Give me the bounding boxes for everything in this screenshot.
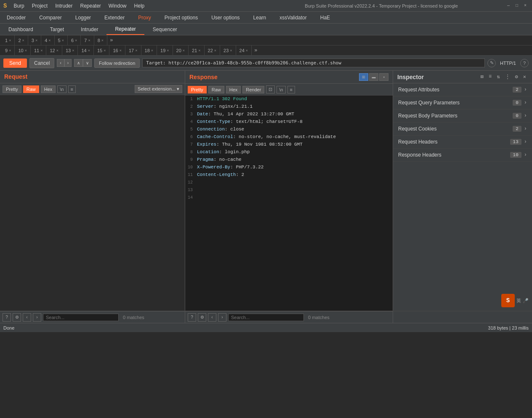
req-hex-btn[interactable]: Hex	[41, 85, 56, 93]
view-vert-btn[interactable]: ▪	[379, 73, 388, 81]
tabs-more-2[interactable]: »	[252, 45, 260, 55]
nav-fwd-button[interactable]: ›	[64, 59, 72, 67]
tab-19[interactable]: 19×	[157, 45, 173, 55]
nav-target[interactable]: Target	[42, 24, 72, 35]
response-search-input[interactable]	[228, 314, 304, 321]
tab-21[interactable]: 21×	[189, 45, 205, 55]
tab-20[interactable]: 20×	[173, 45, 189, 55]
view-horiz-btn[interactable]: ▬	[369, 73, 378, 81]
inspector-sort-icon[interactable]: ⇅	[495, 73, 501, 80]
inspector-title: Inspector	[397, 74, 479, 80]
inspector-row-resp-headers[interactable]: Response Headers 10 ›	[393, 149, 532, 162]
tab-1[interactable]: 1×	[2, 35, 15, 45]
req-settings-btn[interactable]: ⚙	[13, 313, 21, 322]
nav-up-button[interactable]: ∧	[74, 59, 83, 67]
tab-5[interactable]: 5×	[55, 35, 68, 45]
tab-9[interactable]: 9×	[2, 45, 15, 55]
view-split-btn[interactable]: ⊞	[359, 73, 368, 81]
send-button[interactable]: Send	[3, 59, 27, 68]
inspector-grid-icon[interactable]: ⊞	[479, 73, 485, 80]
nav-dashboard[interactable]: Dashboard	[0, 24, 42, 35]
tab-17[interactable]: 17×	[125, 45, 141, 55]
tab-10[interactable]: 10×	[15, 45, 31, 55]
status-size: 318 bytes | 23 millis	[488, 325, 529, 330]
resp-raw-btn[interactable]: Raw	[208, 86, 224, 93]
nav-comparer[interactable]: Comparer	[32, 12, 68, 23]
nav-back-button[interactable]: ‹	[57, 59, 64, 67]
close-button[interactable]: ×	[522, 3, 529, 9]
nav-down-button[interactable]: ∨	[83, 59, 92, 67]
menu-intruder[interactable]: Intruder	[52, 2, 76, 10]
resp-menu-btn[interactable]: ≡	[287, 86, 295, 93]
req-raw-btn[interactable]: Raw	[23, 85, 39, 93]
req-search-back-btn[interactable]: ‹	[23, 313, 31, 322]
nav-intruder[interactable]: Intruder	[72, 24, 106, 35]
menu-burp[interactable]: Burp	[10, 2, 27, 10]
request-search-input[interactable]	[43, 314, 119, 321]
nav-hae[interactable]: HaE	[314, 12, 337, 23]
tab-24[interactable]: 24×	[236, 45, 252, 55]
inspector-close-icon[interactable]: ✕	[521, 73, 528, 80]
menu-window[interactable]: Window	[105, 2, 130, 10]
edit-target-button[interactable]: ✎	[487, 59, 496, 67]
tab-23[interactable]: 23×	[220, 45, 236, 55]
req-extension-select[interactable]: Select extension... ▾	[135, 85, 182, 93]
inspector-row-req-attrs[interactable]: Request Attributes 2 ›	[393, 83, 532, 96]
req-menu-btn[interactable]: ≡	[68, 85, 76, 93]
http-help-button[interactable]: ?	[520, 59, 529, 67]
follow-redirection-button[interactable]: Follow redirection	[94, 59, 140, 68]
nav-learn[interactable]: Learn	[247, 12, 273, 23]
maximize-button[interactable]: □	[513, 3, 520, 9]
response-code-area[interactable]: 1HTTP/1.1 302 Found 2Server: nginx/1.21.…	[185, 96, 393, 311]
resp-search-back-btn[interactable]: ‹	[208, 313, 216, 322]
inspector-list-icon[interactable]: ≡	[487, 73, 493, 80]
tab-7[interactable]: 7×	[81, 35, 94, 45]
nav-project-options[interactable]: Project options	[158, 12, 205, 23]
tab-18[interactable]: 18×	[141, 45, 157, 55]
resp-search-fwd-btn[interactable]: ›	[218, 313, 226, 322]
resp-pipe-btn[interactable]: ⊡	[266, 85, 275, 93]
nav-user-options[interactable]: User options	[205, 12, 246, 23]
inspector-row-req-headers[interactable]: Request Headers 13 ›	[393, 136, 532, 149]
nav-xssvalidator[interactable]: xssValidator	[273, 12, 313, 23]
nav-decoder[interactable]: Decoder	[0, 12, 32, 23]
tab-12[interactable]: 12×	[46, 45, 62, 55]
nav-extender[interactable]: Extender	[98, 12, 131, 23]
resp-newline-btn[interactable]: \n	[277, 86, 285, 93]
resp-hex-btn[interactable]: Hex	[226, 86, 241, 93]
nav-sequencer[interactable]: Sequencer	[144, 24, 186, 35]
tab-8[interactable]: 8×	[94, 35, 107, 45]
tab-11[interactable]: 11×	[31, 45, 47, 55]
menu-repeater[interactable]: Repeater	[77, 2, 104, 10]
tab-2[interactable]: 2×	[15, 35, 28, 45]
minimize-button[interactable]: —	[505, 3, 512, 9]
inspector-settings-icon[interactable]: ⚙	[513, 73, 520, 80]
inspector-filter-icon[interactable]: ⋮	[503, 73, 512, 80]
tab-3[interactable]: 3×	[28, 35, 41, 45]
menu-help[interactable]: Help	[131, 2, 148, 10]
req-newline-btn[interactable]: \n	[57, 85, 66, 93]
tabs-more[interactable]: »	[107, 35, 115, 45]
resp-render-btn[interactable]: Render	[242, 86, 264, 93]
tab-14[interactable]: 14×	[78, 45, 94, 55]
resp-settings-btn[interactable]: ⚙	[198, 313, 206, 322]
tab-6[interactable]: 6×	[68, 35, 81, 45]
req-pretty-btn[interactable]: Pretty	[3, 85, 21, 93]
req-search-fwd-btn[interactable]: ›	[33, 313, 41, 322]
resp-pretty-btn[interactable]: Pretty	[188, 86, 207, 93]
nav-proxy[interactable]: Proxy	[131, 12, 158, 23]
nav-logger[interactable]: Logger	[69, 12, 98, 23]
req-help-btn[interactable]: ?	[3, 313, 11, 322]
tab-13[interactable]: 13×	[62, 45, 78, 55]
tab-16[interactable]: 16×	[109, 45, 125, 55]
menu-project[interactable]: Project	[29, 2, 51, 10]
tab-15[interactable]: 15×	[94, 45, 110, 55]
nav-repeater[interactable]: Repeater	[106, 24, 144, 35]
inspector-row-req-cookies[interactable]: Request Cookies 2 ›	[393, 122, 532, 136]
cancel-button[interactable]: Cancel	[29, 58, 54, 68]
resp-help-btn[interactable]: ?	[188, 313, 196, 322]
inspector-row-req-query[interactable]: Request Query Parameters 0 ›	[393, 96, 532, 109]
tab-22[interactable]: 22×	[205, 45, 221, 55]
inspector-row-req-body[interactable]: Request Body Parameters 0 ›	[393, 109, 532, 122]
tab-4[interactable]: 4×	[41, 35, 54, 45]
